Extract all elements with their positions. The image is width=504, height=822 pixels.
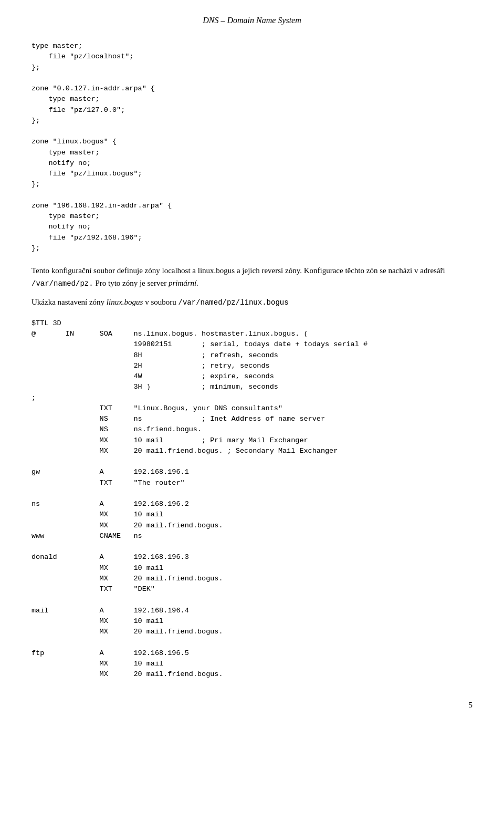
prose-section-2: Ukázka nastavení zóny linux.bogus v soub… (32, 296, 472, 308)
prose-text-1-end: Pro tyto zóny je server (95, 279, 166, 287)
prose-text-2-mid: v souboru (145, 298, 176, 306)
code-section-1: type master; file "pz/localhost"; }; zon… (32, 41, 472, 254)
page-header: DNS – Domain Name System (32, 16, 472, 25)
prose-text-1: Tento konfigurační soubor definuje zóny … (32, 266, 445, 275)
prose-code-1: /var/named/pz. (32, 279, 93, 288)
prose-text-2-start: Ukázka nastavení zóny (32, 298, 104, 306)
code-block-1: type master; file "pz/localhost"; }; zon… (32, 41, 472, 254)
prose-italic-2: linux.bogus (107, 298, 143, 306)
page-footer: 5 (32, 701, 472, 710)
code-section-2: $TTL 3D @ IN SOA ns.linux.bogus. hostmas… (32, 318, 472, 680)
prose-code-2: /var/named/pz/linux.bogus (178, 298, 289, 307)
code-block-2: $TTL 3D @ IN SOA ns.linux.bogus. hostmas… (32, 318, 472, 680)
prose-italic-1: primární. (169, 279, 198, 287)
page-number: 5 (32, 701, 472, 710)
prose-section-1: Tento konfigurační soubor definuje zóny … (32, 264, 472, 289)
